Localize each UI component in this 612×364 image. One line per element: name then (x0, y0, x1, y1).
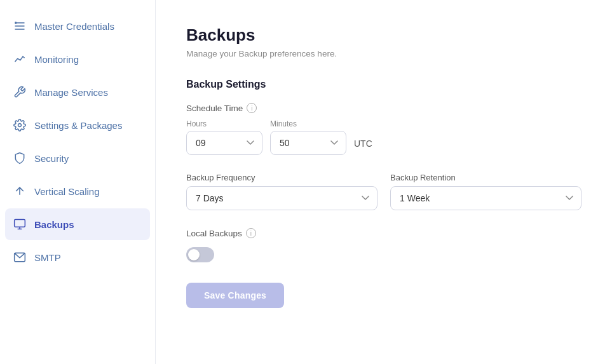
page-title: Backups (186, 25, 581, 45)
minutes-select[interactable]: 50 000510 152025 303540 4555 (270, 131, 346, 155)
sidebar-item-label: Monitoring (34, 54, 79, 65)
minutes-group: Minutes 50 000510 152025 303540 4555 (270, 119, 346, 155)
scaling-icon (13, 184, 27, 198)
sidebar-item-vertical-scaling[interactable]: Vertical Scaling (0, 175, 155, 207)
backup-frequency-label: Backup Frequency (186, 173, 377, 182)
hours-label: Hours (186, 119, 262, 128)
svg-rect-3 (15, 22, 17, 24)
save-changes-button[interactable]: Save Changes (186, 283, 284, 308)
list-icon (13, 19, 27, 33)
smtp-icon (13, 250, 27, 264)
local-backups-info-icon[interactable]: i (246, 228, 256, 238)
backups-icon (13, 217, 27, 231)
hours-group: Hours 09 000102 030405 060708 101112 131… (186, 119, 262, 155)
sidebar-item-label: Backups (34, 219, 74, 230)
minutes-label: Minutes (270, 119, 346, 128)
local-backups-label: Local Backups i (186, 228, 581, 238)
sidebar-item-label: SMTP (34, 252, 61, 263)
sidebar-item-smtp[interactable]: SMTP (0, 241, 155, 273)
schedule-time-row: Hours 09 000102 030405 060708 101112 131… (186, 119, 581, 155)
svg-point-4 (18, 124, 22, 127)
backup-retention-select[interactable]: 1 Week 1 Day 3 Days 2 Weeks 1 Month (390, 186, 581, 210)
sidebar-item-master-credentials[interactable]: Master Credentials (0, 10, 155, 42)
page-subtitle: Manage your Backup preferences here. (186, 49, 581, 58)
utc-label: UTC (354, 138, 372, 149)
shield-icon (13, 151, 27, 165)
sidebar-item-settings-packages[interactable]: Settings & Packages (0, 109, 155, 141)
backup-frequency-select[interactable]: 7 Days 1 Day 3 Days 14 Days 30 Days (186, 186, 377, 210)
sidebar-item-label: Security (34, 153, 69, 164)
main-content: Backups Manage your Backup preferences h… (156, 0, 612, 364)
sidebar-item-label: Master Credentials (34, 21, 114, 32)
section-title: Backup Settings (186, 79, 581, 90)
sidebar-item-label: Settings & Packages (34, 120, 122, 131)
schedule-time-label: Schedule Time i (186, 103, 581, 113)
local-backups-toggle[interactable] (186, 247, 214, 262)
sidebar-item-backups[interactable]: Backups (5, 208, 150, 240)
svg-rect-6 (15, 220, 25, 227)
schedule-time-info-icon[interactable]: i (247, 103, 257, 113)
frequency-retention-row: Backup Frequency 7 Days 1 Day 3 Days 14 … (186, 173, 581, 210)
hours-select[interactable]: 09 000102 030405 060708 101112 131415 16… (186, 131, 262, 155)
sidebar-item-security[interactable]: Security (0, 142, 155, 174)
backup-frequency-group: Backup Frequency 7 Days 1 Day 3 Days 14 … (186, 173, 377, 210)
sidebar-item-label: Vertical Scaling (34, 186, 100, 197)
toggle-knob (188, 249, 200, 260)
sidebar-item-monitoring[interactable]: Monitoring (0, 43, 155, 75)
sidebar: Master Credentials Monitoring Manage Ser… (0, 0, 156, 364)
local-backups-toggle-wrapper (186, 247, 581, 262)
settings-icon (13, 118, 27, 132)
backup-retention-group: Backup Retention 1 Week 1 Day 3 Days 2 W… (390, 173, 581, 210)
wrench-icon (13, 85, 27, 99)
sidebar-item-label: Manage Services (34, 87, 108, 98)
sidebar-item-manage-services[interactable]: Manage Services (0, 76, 155, 108)
backup-retention-label: Backup Retention (390, 173, 581, 182)
monitoring-icon (13, 52, 27, 66)
